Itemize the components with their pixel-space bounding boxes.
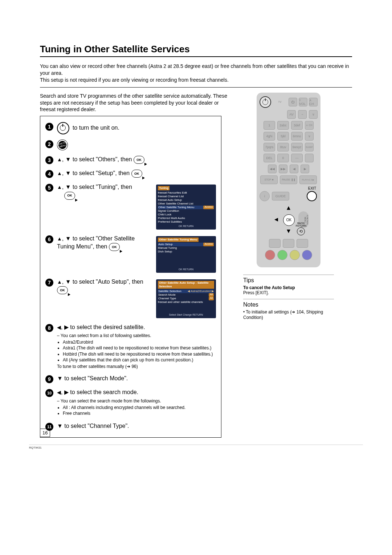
ost-menu-header: Other Satellite Tuning Menu bbox=[158, 238, 199, 242]
ok-icon: OK bbox=[57, 286, 68, 294]
ok-icon: OK bbox=[109, 243, 120, 251]
remote-exit-button bbox=[307, 191, 317, 201]
step-badge-7: 7 bbox=[45, 279, 53, 287]
remote-arrow-up-icon bbox=[287, 206, 290, 210]
step-badge-8: 8 bbox=[45, 324, 53, 332]
intro-block: You can also view or record other free c… bbox=[40, 59, 352, 88]
function-menu-icon: FUNCTIONMENU bbox=[56, 138, 69, 152]
step6-text: , ▼ to select "Other Satellite Tuning Me… bbox=[57, 235, 135, 250]
sat-astra1: Astra1 (The dish will need to be reposit… bbox=[63, 345, 216, 351]
remote-power-icon bbox=[260, 96, 271, 108]
step-badge-2: 2 bbox=[45, 140, 53, 148]
step5-text: , ▼ to select "Tuning", then bbox=[62, 184, 132, 190]
tips-cancel-title: To cancel the Auto Setup bbox=[243, 285, 334, 290]
step8-text: , ▶ to select the desired satellite. bbox=[61, 324, 145, 330]
remote-tv-power: ⏻ bbox=[289, 98, 297, 106]
arrow-up-icon: ▲ bbox=[57, 157, 62, 162]
return-icon: ⟲ bbox=[297, 227, 305, 235]
intro-p1: You can also view or record other free c… bbox=[40, 63, 352, 77]
remote-illustration: TV ⏻ + VOL ∧ CH AV − ∨ 12abc3def∧ CH 4gh… bbox=[257, 93, 320, 267]
mode-all: All : All channels including encrypted c… bbox=[63, 405, 216, 410]
arrow-up-icon: ▲ bbox=[57, 236, 62, 242]
remote-ch-up: ∧ CH bbox=[309, 98, 318, 106]
step10-sub-intro: – You can select the search mode from th… bbox=[57, 398, 216, 404]
step11-text: ▼ to select "Channel Type". bbox=[57, 423, 129, 429]
tuning-menu-panel: Tuning freesat Favourites Edit freesat C… bbox=[156, 185, 216, 230]
tuning-menu-header: Tuning bbox=[158, 186, 170, 190]
intro-p2: This setup is not required if you are on… bbox=[40, 77, 352, 84]
remote-arrow-down-icon bbox=[287, 230, 290, 233]
page-number: 16 bbox=[40, 429, 50, 437]
notes-heading: Notes bbox=[243, 299, 334, 308]
remote-arrow-left-icon bbox=[274, 218, 278, 222]
notes-section: Notes • To initialise all settings (➔ 10… bbox=[243, 299, 334, 321]
step8-tail: To tune to other satellites manually (➔ … bbox=[57, 364, 216, 369]
remote-ch-down: ∨ bbox=[309, 110, 318, 119]
arrow-left-icon: ◀ bbox=[57, 324, 61, 330]
step4-text: , ▼ to select "Setup", then bbox=[62, 170, 130, 176]
page-title: Tuning in Other Satellite Services bbox=[40, 44, 352, 57]
step10-text: , ▶ to select the search mode. bbox=[61, 389, 138, 395]
notes-body: • To initialise all settings (➔ 104, Shi… bbox=[243, 309, 334, 321]
sat-astra2: Astra2/Eurobird bbox=[63, 339, 216, 345]
remote-vol-up: + VOL bbox=[299, 98, 307, 106]
remote-guide: GUIDE bbox=[272, 192, 289, 200]
step-badge-6: 6 bbox=[45, 235, 53, 243]
step-badge-9: 9 bbox=[45, 375, 53, 383]
remote-back-return: BACK/ RETURN ⟲ bbox=[296, 222, 306, 235]
arrow-up-icon: ▲ bbox=[57, 170, 62, 176]
step9-text: ▼ to select "Search Mode". bbox=[57, 375, 128, 381]
search-intro: Search and store TV programmes of the ot… bbox=[40, 93, 232, 113]
auto-setup-header: Other Satellite Auto Setup - Satellite S… bbox=[158, 281, 214, 289]
step-badge-4: 4 bbox=[45, 170, 53, 178]
step-badge-5: 5 bbox=[45, 184, 53, 192]
sat-all: All (Any satellites that the dish can pi… bbox=[63, 357, 216, 363]
ok-icon: OK bbox=[131, 170, 142, 178]
tips-section: Tips To cancel the Auto Setup Press [EXI… bbox=[243, 275, 334, 295]
mode-free: Free channels bbox=[63, 410, 216, 416]
arrow-up-icon: ▲ bbox=[57, 279, 62, 285]
tips-heading: Tips bbox=[243, 275, 334, 284]
step3-text: , ▼ to select "Others", then bbox=[62, 156, 132, 162]
remote-nav-pad: OK FUNCTION MENU BACK/ RETURN ⟲ bbox=[269, 203, 309, 236]
arrow-up-icon: ▲ bbox=[57, 184, 62, 190]
step7-text: , ▼ to select "Auto Setup", then bbox=[62, 279, 143, 285]
remote-vol-down: − bbox=[298, 110, 307, 119]
tips-cancel-body: Press [EXIT]. bbox=[243, 290, 334, 295]
step-badge-10: 10 bbox=[45, 389, 53, 397]
sat-hotbird: Hotbird (The dish will need to be reposi… bbox=[63, 351, 216, 357]
step8-sub-intro: – You can select from a list of followin… bbox=[57, 333, 216, 339]
remote-ok-button: OK bbox=[283, 214, 295, 226]
remote-av: AV bbox=[287, 110, 296, 119]
power-icon bbox=[57, 122, 69, 134]
document-id: RQT9431 bbox=[29, 445, 363, 449]
ost-menu-panel: Other Satellite Tuning Menu Auto SetupAc… bbox=[156, 236, 216, 273]
arrow-left-icon: ◀ bbox=[57, 389, 61, 395]
ok-icon: OK bbox=[64, 192, 75, 200]
auto-setup-panel: Other Satellite Auto Setup - Satellite S… bbox=[156, 279, 216, 318]
step-badge-1: 1 bbox=[45, 123, 53, 131]
steps-box: 1 to turn the unit on. 2 FUNCTIONMENU 3 bbox=[40, 116, 221, 438]
step-badge-3: 3 bbox=[45, 156, 53, 164]
remote-exit-label: EXIT bbox=[260, 186, 316, 190]
remote-info: i bbox=[260, 191, 270, 201]
step1-text: to turn the unit on. bbox=[73, 125, 119, 131]
ok-icon: OK bbox=[134, 156, 144, 164]
